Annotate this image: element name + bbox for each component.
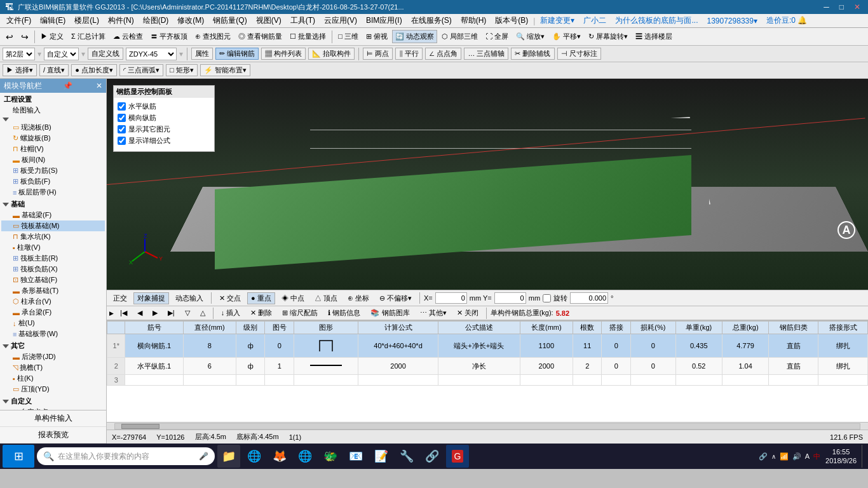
sidebar-item-slab-rebar[interactable]: ⊞ 板受力筋(S)	[1, 165, 105, 176]
sidebar-close-icon[interactable]: ✕	[96, 81, 102, 90]
floor-select[interactable]: 第2层 第1层 第3层	[3, 48, 35, 60]
sidebar-section-slab-title[interactable]	[1, 117, 105, 122]
taskbar-app-tools[interactable]: 🔧	[395, 445, 418, 468]
redo-button[interactable]: ↪	[18, 30, 32, 44]
sidebar-item-slab-neg-rebar[interactable]: ⊞ 板负筋(F)	[1, 176, 105, 187]
sidebar-item-drawing-input[interactable]: 绘图输入	[1, 105, 105, 116]
sidebar-item-strip-foundation[interactable]: ▬ 条形基础(T)	[1, 285, 105, 296]
sidebar-section-custom-title[interactable]: 自定义	[1, 396, 105, 407]
del-aux-button[interactable]: ✂ 删除辅线	[511, 48, 554, 60]
sidebar-item-raft-neg-rebar[interactable]: ⊞ 筏板负筋(X)	[1, 264, 105, 274]
sidebar-pin-icon[interactable]: 📌	[63, 81, 72, 90]
rebar-check-other-input[interactable]	[118, 125, 126, 133]
menu-notice[interactable]: 为什么筏板的底筋与面...	[611, 15, 702, 27]
rotate-input[interactable]	[570, 292, 608, 304]
rebar-check-other[interactable]: 显示其它图元	[118, 125, 210, 134]
start-button[interactable]: ⊞	[3, 445, 34, 468]
snap-object-button[interactable]: 对象捕捉	[133, 292, 169, 304]
menu-part[interactable]: 构件(N)	[104, 15, 138, 27]
nav-first-button[interactable]: |◀	[116, 308, 131, 318]
sidebar-item-raft-main-rebar[interactable]: ⊞ 筏板主筋(R)	[1, 253, 105, 264]
menu-cloud-app[interactable]: 云应用(V)	[320, 15, 361, 27]
close-panel-button[interactable]: ✕ 关闭	[453, 307, 482, 319]
three-point-aux-button[interactable]: … 三点辅轴	[464, 48, 508, 60]
angle-point-button[interactable]: ∠ 点点角	[425, 48, 461, 60]
sidebar-item-pile[interactable]: ↓ 桩(U)	[1, 318, 105, 329]
rotate-checkbox[interactable]	[543, 294, 551, 302]
menu-cost[interactable]: 造价豆:0 🔔	[763, 15, 811, 27]
rebar-check-horizontal[interactable]: 水平纵筋	[118, 102, 210, 111]
sidebar-item-cap-beam[interactable]: ▬ 承台梁(F)	[1, 307, 105, 318]
screen-rotate-button[interactable]: ↻ 屏幕旋转▾	[585, 30, 631, 43]
show-desktop-button[interactable]	[862, 445, 865, 468]
menu-version[interactable]: 版本号(B)	[491, 15, 532, 27]
rebar-check-formula-input[interactable]	[118, 137, 126, 145]
sidebar-item-spiral-slab[interactable]: ↻ 螺旋板(B)	[1, 133, 105, 144]
taskbar-clock[interactable]: 16:55 2018/9/26	[825, 447, 857, 466]
table-row[interactable]: 1* 横向钢筋.1 8 ф 0 40*d+460+40*d 端头+净长+端头 1…	[107, 334, 868, 358]
sidebar-section-other-title[interactable]: 其它	[1, 341, 105, 351]
snap-vertex-button[interactable]: △ 顶点	[311, 292, 341, 304]
taskbar-app-note[interactable]: 📝	[370, 445, 393, 468]
snap-endpoint-button[interactable]: ● 重点	[247, 292, 275, 304]
minimize-button[interactable]: ─	[821, 3, 832, 11]
dim-mark-button[interactable]: ⊣ 尺寸标注	[557, 48, 601, 60]
menu-floor[interactable]: 楼层(L)	[71, 15, 103, 27]
cloud-check-button[interactable]: ☁ 云检查	[110, 30, 146, 43]
rebar-check-vertical-input[interactable]	[118, 114, 126, 122]
snap-nooffset-button[interactable]: ⊖ 不偏移▾	[376, 292, 416, 304]
delete-row-button[interactable]: ✕ 删除	[247, 307, 276, 319]
zoom-button[interactable]: 🔍 缩放▾	[513, 30, 548, 43]
menu-edit[interactable]: 编辑(E)	[36, 15, 69, 27]
menu-online[interactable]: 在线服务(S)	[407, 15, 456, 27]
snap-coord-button[interactable]: ⊕ 坐标	[344, 292, 373, 304]
menu-bim-app[interactable]: BIM应用(I)	[362, 15, 406, 27]
menu-file[interactable]: 文件(F)	[3, 15, 35, 27]
rebar-check-vertical[interactable]: 横向纵筋	[118, 113, 210, 123]
3d-viewport[interactable]: X Y Z A 钢筋显示控制面板 水平纵筋 横向纵筋	[107, 79, 868, 290]
define-button[interactable]: ▶ 定义	[37, 30, 67, 43]
data-table-container[interactable]: 筋号 直径(mm) 级别 图号 图形 计算公式 公式描述 长度(mm) 根数 搭…	[107, 320, 868, 422]
taskbar-app-browser1[interactable]: 🌐	[243, 445, 266, 468]
close-button[interactable]: ✕	[851, 3, 863, 11]
rebar-lib-button[interactable]: 📚 钢筋图库	[367, 307, 413, 319]
sidebar-item-slab-strip[interactable]: ▬ 板间(N)	[1, 154, 105, 165]
menu-view[interactable]: 视图(V)	[252, 15, 285, 27]
pickup-button[interactable]: 📐 抬取构件	[308, 48, 355, 60]
rebar-check-horizontal-input[interactable]	[118, 102, 126, 111]
menu-help[interactable]: 帮助(H)	[457, 15, 491, 27]
top-view-button[interactable]: ⊞ 俯视	[363, 30, 391, 43]
sidebar-item-foundation-beam[interactable]: ▬ 基础梁(F)	[1, 210, 105, 220]
point-extend-button[interactable]: ● 点加长度▾	[71, 64, 117, 76]
nav-down-button[interactable]: ▽	[181, 308, 194, 318]
fullscreen-button[interactable]: ⛶ 全屏	[482, 30, 512, 43]
snap-intersect-button[interactable]: ✕ 交点	[215, 292, 245, 304]
nav-last-button[interactable]: ▶|	[164, 308, 179, 318]
sidebar-item-slab-rebar-band[interactable]: ≡ 板层筋带(H)	[1, 187, 105, 198]
maximize-button[interactable]: □	[837, 3, 846, 11]
orthogonal-button[interactable]: 正交	[109, 292, 131, 304]
menu-new-change[interactable]: 新建变更▾	[536, 15, 578, 27]
sidebar-item-col-pier[interactable]: ▪ 柱墩(V)	[1, 242, 105, 253]
other-button[interactable]: ⋯ 其他▾	[416, 307, 451, 319]
undo-button[interactable]: ↩	[3, 30, 17, 44]
parallel-button[interactable]: ∥ 平行	[395, 48, 423, 60]
menu-guangxiao[interactable]: 广小二	[580, 15, 610, 27]
taskbar-app-ggj[interactable]: G	[446, 445, 469, 468]
hscroll-track[interactable]	[114, 423, 860, 430]
rebar-info-button[interactable]: ℹ 钢筋信息	[324, 307, 364, 319]
edit-rebar-button[interactable]: ✏ 编辑钢筋	[215, 48, 259, 60]
report-preview-button[interactable]: 报表预览	[0, 427, 106, 444]
sidebar-item-sump[interactable]: ⊓ 集水坑(K)	[1, 231, 105, 242]
nav-up-button[interactable]: △	[196, 308, 209, 318]
taskbar-app-browser3[interactable]: 🌐	[294, 445, 316, 468]
sidebar-item-eave[interactable]: ◹ 挑檐(T)	[1, 362, 105, 373]
local-3d-button[interactable]: ⬡ 局部三维	[438, 30, 481, 43]
taskbar-app-dragon[interactable]: 🐲	[319, 445, 342, 468]
snap-midpoint-button[interactable]: ◈ 中点	[278, 292, 308, 304]
part-list-button[interactable]: ▦ 构件列表	[261, 48, 306, 60]
sum-calc-button[interactable]: Σ 汇总计算	[68, 30, 109, 43]
select-tool-button[interactable]: ▶ 选择▾	[3, 64, 37, 76]
two-point-button[interactable]: ⊨ 两点	[363, 48, 393, 60]
3d-view-button[interactable]: □ 三维	[335, 30, 362, 43]
